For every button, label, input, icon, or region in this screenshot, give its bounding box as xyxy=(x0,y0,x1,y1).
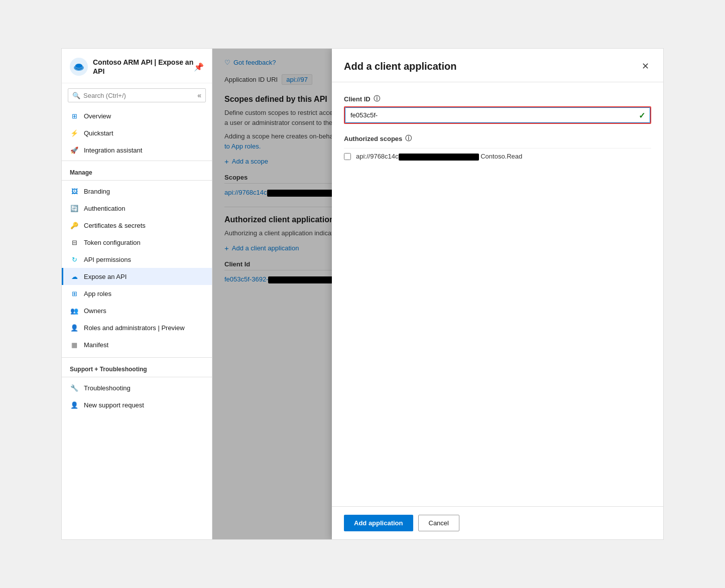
main-content: ♡ Got feedback? Application ID URI api:/… xyxy=(212,49,663,539)
cloud-icon: ☁ xyxy=(70,272,79,281)
owners-icon: 👥 xyxy=(70,306,79,315)
api-icon: ↻ xyxy=(70,255,79,264)
client-id-input-wrapper: ✓ xyxy=(344,106,651,124)
dialog-body: Client ID ⓘ ✓ Authorized scopes ⓘ xyxy=(332,82,663,506)
sidebar-item-troubleshooting[interactable]: 🔧 Troubleshooting xyxy=(62,379,212,396)
sidebar-item-token[interactable]: ⊟ Token configuration xyxy=(62,234,212,251)
auth-icon: 🔄 xyxy=(70,204,79,213)
rocket-icon: 🚀 xyxy=(70,145,79,155)
dialog-panel: Add a client application ✕ Client ID ⓘ ✓ xyxy=(332,49,663,539)
check-icon: ✓ xyxy=(639,110,645,120)
sidebar-label-overview: Overview xyxy=(84,112,111,120)
sidebar-item-app-roles[interactable]: ⊞ App roles xyxy=(62,285,212,302)
sidebar-label-api-permissions: API permissions xyxy=(84,256,131,263)
scope-text: api://9768c14c Contoso.Read xyxy=(356,153,651,161)
key-icon: 🔑 xyxy=(70,221,79,230)
sidebar-item-manifest[interactable]: ▦ Manifest xyxy=(62,336,212,353)
branding-icon: 🖼 xyxy=(70,187,79,196)
manage-section-label: Manage xyxy=(62,163,212,178)
sidebar-item-api-permissions[interactable]: ↻ API permissions xyxy=(62,251,212,268)
sidebar-label-branding: Branding xyxy=(84,188,110,195)
app-icon xyxy=(70,58,88,76)
sidebar-item-support[interactable]: 👤 New support request xyxy=(62,396,212,413)
sidebar-label-manifest: Manifest xyxy=(84,341,108,349)
collapse-icon[interactable]: « xyxy=(197,91,201,99)
sidebar-item-roles-admin[interactable]: 👤 Roles and administrators | Preview xyxy=(62,319,212,336)
sidebar-label-authentication: Authentication xyxy=(84,205,125,212)
sidebar-label-certificates: Certificates & secrets xyxy=(84,222,146,229)
sidebar-item-authentication[interactable]: 🔄 Authentication xyxy=(62,200,212,217)
auth-scopes-label: Authorized scopes ⓘ xyxy=(344,134,651,143)
auth-scopes-label-text: Authorized scopes xyxy=(344,135,402,142)
scope-checkbox-row: api://9768c14c Contoso.Read xyxy=(344,148,651,165)
sidebar-item-overview[interactable]: ⊞ Overview xyxy=(62,107,212,124)
sidebar-label-support: New support request xyxy=(84,401,144,409)
client-id-label-text: Client ID xyxy=(344,95,371,103)
app-title: Contoso ARM API | Expose an API xyxy=(93,58,194,76)
sidebar-label-owners: Owners xyxy=(84,307,106,315)
scope-suffix: Contoso.Read xyxy=(480,153,522,160)
sidebar-label-troubleshooting: Troubleshooting xyxy=(84,384,131,392)
close-button[interactable]: ✕ xyxy=(640,59,651,74)
scope-dialog-redacted xyxy=(399,154,479,161)
sidebar-header: Contoso ARM API | Expose an API 📌 xyxy=(62,49,212,83)
token-icon: ⊟ xyxy=(70,238,79,247)
sidebar-item-integration[interactable]: 🚀 Integration assistant xyxy=(62,141,212,159)
sidebar-label-roles-admin: Roles and administrators | Preview xyxy=(84,324,185,332)
scope-checkbox-value: api://9768c14c xyxy=(356,153,399,160)
search-input[interactable] xyxy=(83,92,197,99)
sidebar-item-certificates[interactable]: 🔑 Certificates & secrets xyxy=(62,217,212,234)
lightning-icon: ⚡ xyxy=(70,128,79,137)
dialog-footer: Add application Cancel xyxy=(332,506,663,539)
cancel-button[interactable]: Cancel xyxy=(418,515,459,531)
search-box[interactable]: 🔍 « xyxy=(68,88,206,102)
grid-icon: ⊞ xyxy=(70,111,79,120)
dialog-header: Add a client application ✕ xyxy=(332,49,663,82)
dialog-title: Add a client application xyxy=(344,61,640,72)
client-id-info-icon[interactable]: ⓘ xyxy=(374,94,380,103)
client-id-field-label: Client ID ⓘ xyxy=(344,94,651,103)
sidebar-item-quickstart[interactable]: ⚡ Quickstart xyxy=(62,124,212,141)
sidebar-item-owners[interactable]: 👥 Owners xyxy=(62,302,212,319)
add-application-button[interactable]: Add application xyxy=(344,515,413,531)
approles-icon: ⊞ xyxy=(70,289,79,298)
manifest-icon: ▦ xyxy=(70,340,79,349)
pin-icon[interactable]: 📌 xyxy=(194,62,204,72)
app-name-label: Contoso ARM API xyxy=(93,58,153,66)
support-section-label: Support + Troubleshooting xyxy=(62,360,212,375)
sidebar-label-integration: Integration assistant xyxy=(84,146,142,154)
sidebar-item-branding[interactable]: 🖼 Branding xyxy=(62,183,212,200)
sidebar-label-app-roles: App roles xyxy=(84,290,111,298)
wrench-icon: 🔧 xyxy=(70,383,79,392)
auth-scopes-field-group: Authorized scopes ⓘ api://9768c14c Conto… xyxy=(344,134,651,165)
scope-checkbox[interactable] xyxy=(344,153,351,160)
sidebar-label-quickstart: Quickstart xyxy=(84,129,113,137)
svg-point-2 xyxy=(75,64,82,68)
sidebar: Contoso ARM API | Expose an API 📌 🔍 « ⊞ … xyxy=(62,49,212,539)
support-icon: 👤 xyxy=(70,400,79,409)
client-id-input[interactable] xyxy=(345,107,650,123)
sidebar-item-expose-api[interactable]: ☁ Expose an API xyxy=(62,268,212,285)
client-id-field-group: Client ID ⓘ ✓ xyxy=(344,94,651,124)
rolesadmin-icon: 👤 xyxy=(70,323,79,332)
sidebar-label-token: Token configuration xyxy=(84,239,141,246)
auth-scopes-info-icon[interactable]: ⓘ xyxy=(405,134,412,143)
sidebar-label-expose-api: Expose an API xyxy=(84,273,127,280)
search-icon: 🔍 xyxy=(72,92,80,99)
